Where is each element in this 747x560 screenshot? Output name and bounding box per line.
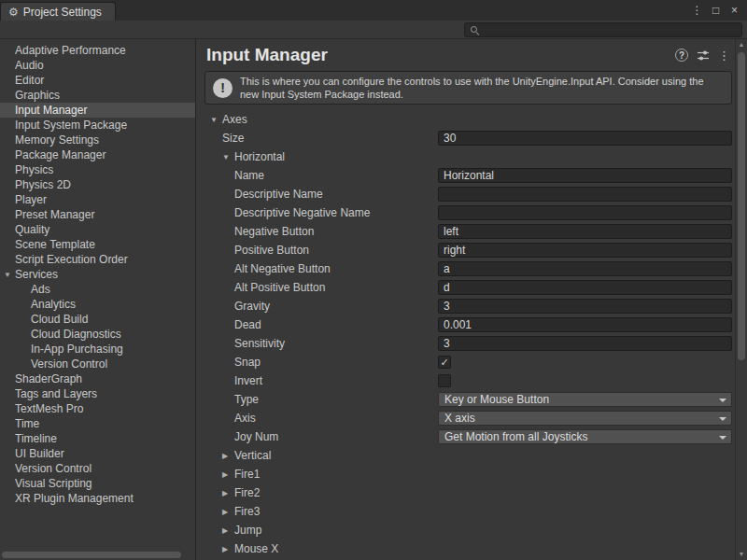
sidebar-item-input-manager[interactable]: Input Manager xyxy=(0,103,195,118)
sidebar-item-package-manager[interactable]: Package Manager xyxy=(0,147,195,162)
foldout-open-icon[interactable]: ▼ xyxy=(210,116,222,124)
sidebar-item-scene-template[interactable]: Scene Template xyxy=(0,237,195,252)
row-type: TypeKey or Mouse Button xyxy=(196,390,735,409)
presets-icon[interactable] xyxy=(697,49,710,62)
text-field-alt-negative-button[interactable]: a xyxy=(438,261,732,276)
search-input[interactable] xyxy=(484,23,737,36)
sidebar-item-version-control[interactable]: Version Control xyxy=(0,461,195,476)
text-field-size[interactable]: 30 xyxy=(438,131,732,146)
property-label[interactable]: ▶Fire2 xyxy=(196,486,260,499)
sidebar-item-label: Input Manager xyxy=(15,104,87,117)
dropdown-axis[interactable]: X axis xyxy=(438,411,732,426)
sidebar-item-label: Player xyxy=(15,193,47,206)
tab-project-settings[interactable]: ⚙ Project Settings xyxy=(0,2,116,21)
property-label[interactable]: ▼Axes xyxy=(196,113,247,126)
sidebar-item-xr-plugin-management[interactable]: XR Plugin Management xyxy=(0,491,195,506)
foldout-open-icon[interactable]: ▼ xyxy=(222,153,234,161)
text-field-gravity[interactable]: 3 xyxy=(438,299,732,314)
property-label[interactable]: ▶Jump xyxy=(196,524,261,537)
field-area: X axis xyxy=(438,411,732,426)
foldout-closed-icon[interactable]: ▶ xyxy=(222,489,234,497)
sidebar-item-adaptive-performance[interactable]: Adaptive Performance xyxy=(0,43,195,58)
row-alt-positive-button: Alt Positive Buttond xyxy=(196,278,735,297)
text-field-name[interactable]: Horizontal xyxy=(438,168,732,183)
sidebar-item-quality[interactable]: Quality xyxy=(0,222,195,237)
help-icon[interactable]: ? xyxy=(675,49,688,62)
text-field-negative-button[interactable]: left xyxy=(438,224,732,239)
text-field-descriptive-negative-name[interactable] xyxy=(438,205,732,220)
sidebar-item-ui-builder[interactable]: UI Builder xyxy=(0,446,195,461)
window-controls: ⋮ □ × xyxy=(691,0,747,21)
text-field-sensitivity[interactable]: 3 xyxy=(438,336,732,351)
sidebar-item-label: In-App Purchasing xyxy=(31,343,123,356)
sidebar-item-timeline[interactable]: Timeline xyxy=(0,431,195,446)
field-area: 3 xyxy=(438,336,732,351)
foldout-closed-icon[interactable]: ▶ xyxy=(222,508,234,516)
sidebar-hscrollbar-thumb[interactable] xyxy=(2,552,181,558)
sidebar-item-label: UI Builder xyxy=(15,447,64,460)
property-label-text: Alt Positive Button xyxy=(234,281,325,294)
property-label-text: Vertical xyxy=(234,449,271,462)
scroll-up-icon[interactable]: ▲ xyxy=(739,39,745,50)
property-label-text: Alt Negative Button xyxy=(234,262,331,275)
sidebar-item-label: Physics xyxy=(15,163,53,176)
foldout-open-icon[interactable]: ▼ xyxy=(4,271,11,279)
main-vscrollbar-thumb[interactable] xyxy=(738,52,745,360)
dropdown-joy-num[interactable]: Get Motion from all Joysticks xyxy=(438,429,732,444)
sidebar-item-graphics[interactable]: Graphics xyxy=(0,88,195,103)
foldout-closed-icon[interactable]: ▶ xyxy=(222,470,234,479)
sidebar-item-shadergraph[interactable]: ShaderGraph xyxy=(0,371,195,386)
main-vscrollbar[interactable]: ▲ ▼ xyxy=(735,39,747,560)
text-field-dead[interactable]: 0.001 xyxy=(438,317,732,332)
property-label[interactable]: ▶Vertical xyxy=(196,449,271,462)
text-field-descriptive-name[interactable] xyxy=(438,187,732,202)
sidebar-item-visual-scripting[interactable]: Visual Scripting xyxy=(0,476,195,491)
foldout-closed-icon[interactable]: ▶ xyxy=(222,545,234,553)
search-box[interactable] xyxy=(464,22,742,37)
property-label[interactable]: ▶Fire3 xyxy=(196,505,260,518)
sidebar-item-services[interactable]: ▼Services xyxy=(0,267,195,282)
sidebar-item-cloud-build[interactable]: Cloud Build xyxy=(0,312,195,327)
main-header: Input Manager ? ⋮ xyxy=(196,39,735,71)
sidebar-item-tags-and-layers[interactable]: Tags and Layers xyxy=(0,386,195,401)
window-menu-icon[interactable]: ⋮ xyxy=(691,4,703,17)
text-field-positive-button[interactable]: right xyxy=(438,243,732,258)
sidebar-hscrollbar[interactable] xyxy=(0,550,195,560)
sidebar-item-memory-settings[interactable]: Memory Settings xyxy=(0,133,195,147)
sidebar-item-audio[interactable]: Audio xyxy=(0,58,195,73)
close-icon[interactable]: × xyxy=(728,4,740,17)
checkbox-snap[interactable]: ✓ xyxy=(438,356,451,369)
maximize-icon[interactable]: □ xyxy=(710,4,722,17)
sidebar-item-input-system-package[interactable]: Input System Package xyxy=(0,118,195,133)
dropdown-type[interactable]: Key or Mouse Button xyxy=(438,392,732,407)
checkbox-invert[interactable] xyxy=(438,374,451,387)
property-label[interactable]: ▼Horizontal xyxy=(196,150,285,163)
property-label-text: Axis xyxy=(234,412,256,425)
sidebar-item-time[interactable]: Time xyxy=(0,416,195,431)
sidebar-item-cloud-diagnostics[interactable]: Cloud Diagnostics xyxy=(0,327,195,342)
sidebar-item-player[interactable]: Player xyxy=(0,192,195,207)
sidebar-item-physics[interactable]: Physics xyxy=(0,162,195,177)
field-area: left xyxy=(438,224,732,239)
sidebar-item-preset-manager[interactable]: Preset Manager xyxy=(0,207,195,222)
property-label[interactable]: ▶Fire1 xyxy=(196,468,260,481)
foldout-closed-icon[interactable]: ▶ xyxy=(222,526,234,535)
foldout-closed-icon[interactable]: ▶ xyxy=(222,452,234,460)
scroll-down-icon[interactable]: ▼ xyxy=(739,549,745,560)
sidebar-item-label: Analytics xyxy=(31,298,76,311)
more-menu-icon[interactable]: ⋮ xyxy=(718,49,730,62)
property-label-text: Negative Button xyxy=(234,225,314,238)
property-label-text: Mouse X xyxy=(234,542,278,555)
sidebar-item-in-app-purchasing[interactable]: In-App Purchasing xyxy=(0,342,195,357)
sidebar-item-ads[interactable]: Ads xyxy=(0,282,195,297)
sidebar-item-editor[interactable]: Editor xyxy=(0,73,195,88)
row-axis: AxisX axis xyxy=(196,409,735,427)
sidebar-item-textmesh-pro[interactable]: TextMesh Pro xyxy=(0,401,195,416)
sidebar-item-script-execution-order[interactable]: Script Execution Order xyxy=(0,252,195,267)
sidebar-item-version-control[interactable]: Version Control xyxy=(0,357,195,371)
main-vscrollbar-track[interactable] xyxy=(736,50,747,549)
sidebar-item-analytics[interactable]: Analytics xyxy=(0,297,195,312)
sidebar-item-physics-2d[interactable]: Physics 2D xyxy=(0,177,195,192)
property-label[interactable]: ▶Mouse X xyxy=(196,542,278,555)
text-field-alt-positive-button[interactable]: d xyxy=(438,280,732,295)
